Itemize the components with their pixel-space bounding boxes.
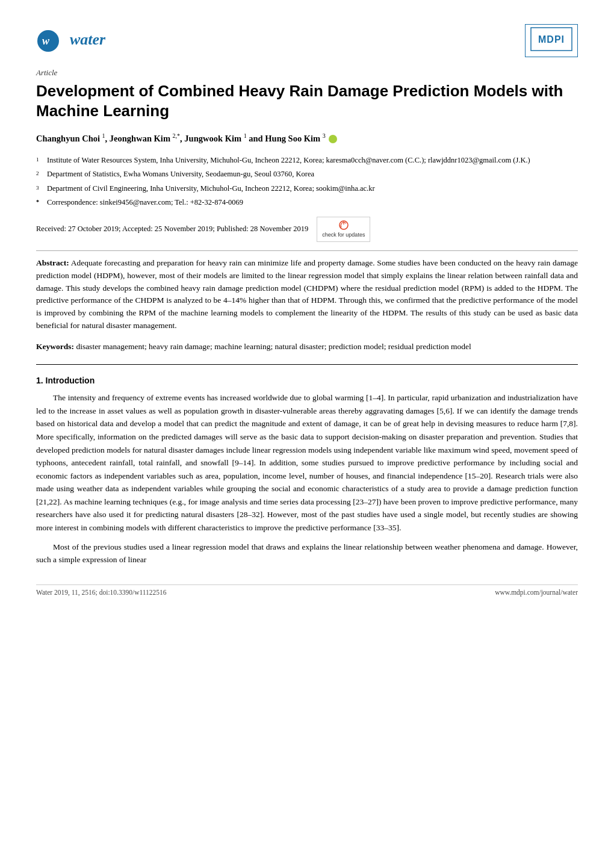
author-3: Jungwook Kim 1 xyxy=(184,134,246,143)
footer-journal: Water 2019, 11, 2516; doi:10.3390/w11122… xyxy=(36,589,167,596)
author-4: Hung Soo Kim 3 xyxy=(265,134,325,143)
aff-text-1: Institute of Water Resources System, Inh… xyxy=(47,154,530,167)
abstract-text: Adequate forecasting and preparation for… xyxy=(36,258,578,330)
correspondence-text: Correspondence: sinkei9456@naver.com; Te… xyxy=(47,196,243,208)
indent-1 xyxy=(36,391,53,405)
footer-website: www.mdpi.com/journal/water xyxy=(495,589,578,596)
section-1-number: 1. Introduction xyxy=(36,376,95,385)
section-divider xyxy=(36,364,578,365)
abstract-section: Abstract: Adequate forecasting and prepa… xyxy=(36,257,578,333)
svg-text:MDPI: MDPI xyxy=(538,34,565,45)
orcid-icon[interactable] xyxy=(329,135,337,143)
author-4-sup: 3 xyxy=(323,132,326,139)
aff-num-1: 1 xyxy=(36,154,43,167)
keywords-label: Keywords: xyxy=(36,342,74,351)
water-logo: w water xyxy=(36,24,105,55)
abstract-divider-top xyxy=(36,250,578,251)
water-journal-name: water xyxy=(70,31,105,49)
section-1: 1. Introduction The intensity and freque… xyxy=(36,376,578,566)
correspondence-line: * Correspondence: sinkei9456@naver.com; … xyxy=(36,196,578,208)
aff-num-3: 3 xyxy=(36,182,43,195)
indent-2 xyxy=(36,541,53,554)
aff-num-star: * xyxy=(36,196,43,208)
page-container: w water MDPI Article Development of Comb… xyxy=(0,0,614,626)
check-updates-icon xyxy=(335,220,352,231)
dates-text: Received: 27 October 2019; Accepted: 25 … xyxy=(36,225,308,234)
para-2-text: Most of the previous studies used a line… xyxy=(36,542,578,565)
dates-section: Received: 27 October 2019; Accepted: 25 … xyxy=(36,217,578,242)
section-1-para-2: Most of the previous studies used a line… xyxy=(36,541,578,566)
check-updates-badge[interactable]: check for updates xyxy=(317,217,370,242)
keywords-section: Keywords: disaster management; heavy rai… xyxy=(36,341,578,353)
section-1-para-1: The intensity and frequency of extreme e… xyxy=(36,391,578,535)
author-2-sup: 2,* xyxy=(173,132,181,139)
mdpi-logo-svg: MDPI xyxy=(530,27,572,51)
header: w water MDPI xyxy=(36,24,578,57)
author-1: Changhyun Choi 1 xyxy=(36,134,105,143)
keywords-text: disaster management; heavy rain damage; … xyxy=(74,342,471,351)
affiliation-3: 3 Department of Civil Engineering, Inha … xyxy=(36,182,578,195)
aff-num-2: 2 xyxy=(36,168,43,181)
aff-text-2: Department of Statistics, Ewha Womans Un… xyxy=(47,168,314,181)
affiliation-2: 2 Department of Statistics, Ewha Womans … xyxy=(36,168,578,181)
author-2: Jeonghwan Kim 2,* xyxy=(110,134,180,143)
page-footer: Water 2019, 11, 2516; doi:10.3390/w11122… xyxy=(36,584,578,596)
aff-text-3: Department of Civil Engineering, Inha Un… xyxy=(47,182,375,195)
svg-text:w: w xyxy=(42,35,50,47)
author-3-sup: 1 xyxy=(244,132,247,139)
affiliations-section: 1 Institute of Water Resources System, I… xyxy=(36,154,578,208)
article-title: Development of Combined Heavy Rain Damag… xyxy=(36,81,578,120)
article-type-label: Article xyxy=(36,68,578,78)
affiliation-1: 1 Institute of Water Resources System, I… xyxy=(36,154,578,167)
mdpi-logo: MDPI xyxy=(525,24,578,57)
check-updates-label: check for updates xyxy=(322,232,365,239)
author-1-sup: 1 xyxy=(102,132,105,139)
water-drop-icon: w xyxy=(36,24,67,55)
abstract-label: Abstract: xyxy=(36,258,69,267)
authors-line: Changhyun Choi 1, Jeonghwan Kim 2,*, Jun… xyxy=(36,131,578,146)
section-1-heading: 1. Introduction xyxy=(36,376,578,385)
para-1-text: The intensity and frequency of extreme e… xyxy=(36,393,578,532)
